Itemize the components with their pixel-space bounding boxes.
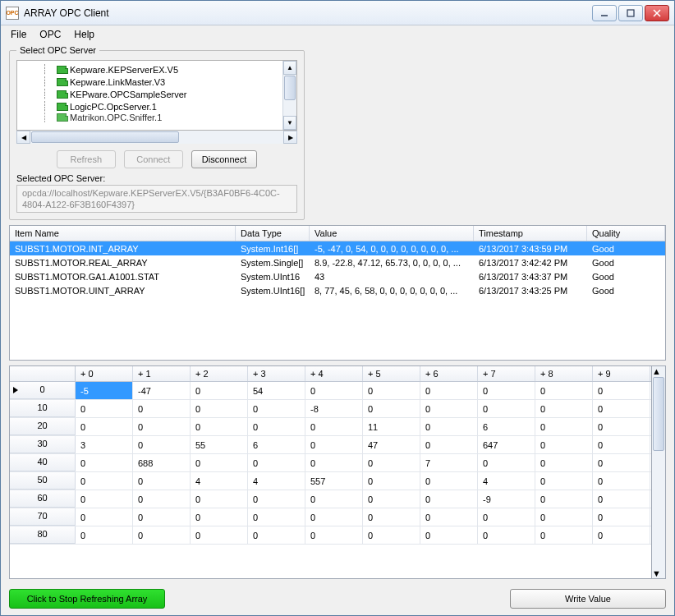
- array-cell[interactable]: 557: [305, 472, 363, 490]
- array-row[interactable]: 800000000000: [10, 526, 651, 545]
- array-row-header[interactable]: 80: [10, 526, 76, 544]
- array-cell[interactable]: 0: [420, 382, 478, 399]
- array-cell[interactable]: 0: [420, 436, 478, 453]
- array-grid[interactable]: + 0+ 1+ 2+ 3+ 4+ 5+ 6+ 7+ 8+ 9 0-5-47054…: [9, 365, 652, 579]
- array-cell[interactable]: 0: [191, 400, 248, 417]
- array-cell[interactable]: 0: [191, 418, 248, 435]
- array-cell[interactable]: 0: [535, 436, 593, 453]
- array-cell[interactable]: 0: [535, 472, 593, 490]
- array-cell[interactable]: 0: [305, 526, 363, 544]
- array-row-header[interactable]: 50: [10, 472, 76, 490]
- array-row-header[interactable]: 40: [10, 454, 76, 471]
- array-cell[interactable]: 0: [420, 472, 478, 490]
- close-button[interactable]: [645, 5, 669, 21]
- array-col-header[interactable]: + 0: [76, 366, 133, 381]
- col-timestamp[interactable]: Timestamp: [474, 226, 587, 241]
- array-col-header[interactable]: + 4: [305, 366, 363, 381]
- server-tree-item[interactable]: ┊Kepware.KEPServerEX.V5: [42, 63, 282, 76]
- array-cell[interactable]: 0: [76, 490, 133, 508]
- array-cell[interactable]: 0: [363, 490, 420, 508]
- array-col-header[interactable]: + 7: [478, 366, 535, 381]
- array-row[interactable]: 0-5-47054000000: [10, 382, 651, 400]
- array-cell[interactable]: 0: [593, 472, 650, 490]
- array-cell[interactable]: -9: [478, 490, 535, 508]
- array-cell[interactable]: 0: [593, 418, 650, 435]
- array-cell[interactable]: 0: [535, 490, 593, 508]
- scroll-down-icon[interactable]: ▼: [652, 568, 665, 578]
- array-grid-header[interactable]: + 0+ 1+ 2+ 3+ 4+ 5+ 6+ 7+ 8+ 9: [10, 366, 651, 382]
- array-cell[interactable]: 0: [478, 526, 535, 544]
- array-col-header[interactable]: + 9: [593, 366, 650, 381]
- array-row[interactable]: 40068800007000: [10, 454, 651, 472]
- array-cell[interactable]: 0: [363, 382, 420, 399]
- array-cell[interactable]: 0: [593, 526, 650, 544]
- refresh-button[interactable]: Refresh: [57, 150, 116, 168]
- array-cell[interactable]: 4: [478, 472, 535, 490]
- titlebar[interactable]: OPC ARRAY OPC Client: [1, 1, 674, 25]
- array-grid-vscrollbar[interactable]: ▲ ▼: [652, 365, 666, 579]
- array-cell[interactable]: 0: [535, 400, 593, 417]
- array-col-header[interactable]: + 6: [420, 366, 478, 381]
- array-cell[interactable]: 0: [535, 454, 593, 471]
- array-cell[interactable]: -5: [76, 382, 133, 399]
- array-cell[interactable]: 0: [593, 454, 650, 471]
- array-cell[interactable]: 0: [248, 454, 305, 471]
- items-grid-row[interactable]: SUBST1.MOTOR.GA1.A1001.STATSystem.UInt16…: [10, 269, 665, 283]
- array-row[interactable]: 50004455700400: [10, 472, 651, 490]
- write-value-button[interactable]: Write Value: [510, 589, 666, 609]
- array-row-header[interactable]: 10: [10, 400, 76, 417]
- array-cell[interactable]: 0: [535, 382, 593, 399]
- menu-file[interactable]: File: [11, 29, 26, 40]
- array-cell[interactable]: 647: [478, 436, 535, 453]
- array-cell[interactable]: 0: [363, 472, 420, 490]
- array-cell[interactable]: 0: [363, 400, 420, 417]
- server-tree-item[interactable]: ┊Kepware.LinkMaster.V3: [42, 76, 282, 88]
- array-col-header[interactable]: + 8: [535, 366, 593, 381]
- col-value[interactable]: Value: [310, 226, 474, 241]
- array-row[interactable]: 700000000000: [10, 508, 651, 526]
- array-cell[interactable]: 0: [363, 526, 420, 544]
- items-grid-row[interactable]: SUBST1.MOTOR.INT_ARRAYSystem.Int16[]-5, …: [10, 241, 665, 255]
- array-cell[interactable]: 0: [76, 508, 133, 526]
- array-cell[interactable]: 0: [133, 526, 191, 544]
- array-cell[interactable]: 0: [133, 508, 191, 526]
- array-col-header[interactable]: + 1: [133, 366, 191, 381]
- array-cell[interactable]: 0: [478, 400, 535, 417]
- array-cell[interactable]: 0: [478, 508, 535, 526]
- scroll-up-icon[interactable]: ▲: [652, 366, 665, 376]
- array-cell[interactable]: 0: [305, 508, 363, 526]
- col-item-name[interactable]: Item Name: [10, 226, 236, 241]
- array-cell[interactable]: 0: [420, 400, 478, 417]
- disconnect-button[interactable]: Disconnect: [191, 150, 257, 168]
- array-cell[interactable]: 0: [305, 436, 363, 453]
- array-cell[interactable]: 0: [76, 472, 133, 490]
- array-row[interactable]: 600000000-900: [10, 490, 651, 508]
- server-tree-item[interactable]: ┊Matrikon.OPC.Sniffer.1: [42, 113, 282, 122]
- array-cell[interactable]: 7: [420, 454, 478, 471]
- array-cell[interactable]: 0: [76, 418, 133, 435]
- array-cell[interactable]: 0: [420, 490, 478, 508]
- array-cell[interactable]: -8: [305, 400, 363, 417]
- hscroll-thumb[interactable]: [31, 131, 179, 143]
- array-cell[interactable]: 4: [248, 472, 305, 490]
- tree-vscrollbar[interactable]: ▲ ▼: [282, 61, 296, 130]
- items-grid-row[interactable]: SUBST1.MOTOR.REAL_ARRAYSystem.Single[]8.…: [10, 255, 665, 269]
- array-cell[interactable]: 6: [248, 436, 305, 453]
- array-cell[interactable]: 0: [478, 382, 535, 399]
- array-cell[interactable]: 0: [248, 490, 305, 508]
- items-grid[interactable]: Item Name Data Type Value Timestamp Qual…: [9, 225, 666, 361]
- array-cell[interactable]: 0: [593, 436, 650, 453]
- array-cell[interactable]: 0: [133, 400, 191, 417]
- array-cell[interactable]: 0: [305, 418, 363, 435]
- array-cell[interactable]: 4: [191, 472, 248, 490]
- stop-refresh-button[interactable]: Click to Stop Refreshing Array: [9, 589, 165, 609]
- scroll-up-icon[interactable]: ▲: [283, 61, 296, 75]
- array-cell[interactable]: 3: [76, 436, 133, 453]
- array-row-header[interactable]: 30: [10, 436, 76, 453]
- array-cell[interactable]: 0: [191, 382, 248, 399]
- array-cell[interactable]: 55: [191, 436, 248, 453]
- array-cell[interactable]: 0: [191, 526, 248, 544]
- scroll-thumb[interactable]: [284, 76, 296, 100]
- array-col-header[interactable]: + 5: [363, 366, 420, 381]
- array-cell[interactable]: 0: [305, 454, 363, 471]
